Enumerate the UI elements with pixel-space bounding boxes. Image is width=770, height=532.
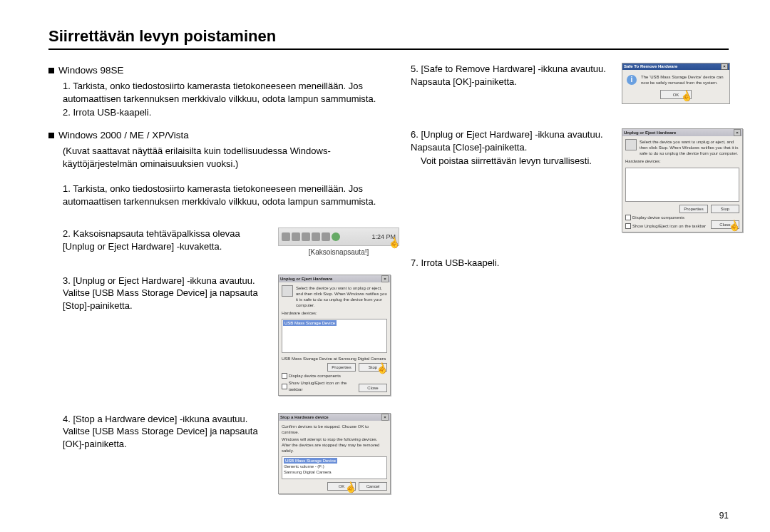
step-2-text-block: 2. Kaksoisnapsauta tehtäväpalkissa oleva… (48, 227, 262, 254)
left-column: Windows 98SE 1. Tarkista, onko tiedostos… (48, 63, 391, 504)
step-text: Irrota USB-kaapeli. (421, 257, 499, 268)
dialog-titlebar: Stop a Hardware device × (279, 414, 390, 421)
page-title: Siirrettävän levyn poistaminen (48, 27, 729, 50)
dialog-desc2: Windows will attempt to stop the followi… (282, 436, 387, 454)
step-text: [Stop a Hardware device] -ikkuna avautuu… (63, 414, 258, 449)
step-text: Tarkista, onko tiedostosiirto kamerasta … (63, 183, 376, 207)
tray-clock: 1:24 PM (371, 232, 396, 241)
dialog-desc: Confirm devices to be stopped. Choose OK… (282, 424, 387, 435)
tray-icons (282, 232, 340, 241)
tray-caption: [Kaksoisnapsauta!] (278, 247, 399, 257)
step-number: 2. (63, 228, 71, 239)
stop-button: Stop (711, 205, 739, 213)
step-number: 2. (63, 107, 71, 118)
step-2: 2. Irrota USB-kaapeli. (48, 106, 391, 119)
close-icon: × (734, 129, 741, 136)
close-icon: × (381, 414, 389, 421)
dialog-titlebar: Unplug or Eject Hardware × (279, 275, 390, 282)
dialog-text: The 'USB Mass Storage Device' device can… (641, 74, 725, 86)
step-5-row: 5. [Safe to Remove Hardware] -ikkuna ava… (408, 63, 743, 104)
unplug-dialog: Unplug or Eject Hardware × Select the de… (278, 275, 391, 396)
close-button: Close (359, 384, 387, 392)
list-item: Generic volume - (F:) (284, 464, 385, 469)
close-icon: × (381, 275, 389, 282)
step-1: 1. Tarkista, onko tiedostosiirto kameras… (48, 80, 391, 105)
checkbox-label: Display device components (632, 215, 684, 220)
step-number: 4. (63, 414, 71, 424)
step-number: 1. (63, 183, 71, 194)
hw-label: Hardware devices: (625, 158, 739, 164)
step-7: 7. Irrota USB-kaapeli. (408, 257, 743, 270)
list-item: USB Mass Storage Device (284, 458, 337, 464)
dialog-title: Safe To Remove Hardware (624, 63, 677, 69)
step-3-row: 3. [Unplug or Eject Hardware] -ikkuna av… (48, 275, 391, 396)
tray-icon (302, 232, 310, 241)
checkbox-label: Show Unplug/Eject icon on the taskbar (289, 380, 359, 392)
step-text: [Safe to Remove Hardware] -ikkuna avautu… (411, 63, 606, 87)
columns: Windows 98SE 1. Tarkista, onko tiedostos… (48, 63, 729, 504)
properties-button: Properties (679, 205, 708, 213)
system-tray: 1:24 PM (278, 227, 399, 246)
checkbox-icon (282, 373, 287, 379)
safe-remove-dialog: Safe To Remove Hardware × i The 'USB Mas… (622, 63, 730, 104)
section-win98: Windows 98SE 1. Tarkista, onko tiedostos… (48, 64, 391, 119)
close-button: Close (711, 220, 739, 229)
step-number: 3. (63, 275, 71, 286)
hardware-icon (625, 139, 637, 150)
checkbox-icon (625, 223, 631, 229)
step-text-extra: Voit poistaa siirrettävän levyn turvalli… (408, 155, 607, 168)
step-number: 1. (63, 81, 71, 91)
dialog-title: Unplug or Eject Hardware (624, 130, 676, 135)
step-text: [Unplug or Eject Hardware] -ikkuna avaut… (411, 129, 603, 153)
page: Siirrettävän levyn poistaminen Windows 9… (0, 0, 770, 518)
close-icon: × (721, 63, 728, 70)
dialog-title: Unplug or Eject Hardware (280, 276, 332, 282)
hardware-icon (282, 285, 293, 297)
step-6-row: 6. [Unplug or Eject Hardware] -ikkuna av… (408, 128, 743, 232)
section-win2000: Windows 2000 / ME / XP/Vista (Kuvat saat… (48, 129, 391, 208)
page-number: 91 (719, 511, 729, 521)
dialog-desc: Select the device you want to unplug or … (640, 139, 739, 156)
step-4-text-block: 4. [Stop a Hardware device] -ikkuna avau… (48, 413, 262, 452)
step-number: 7. (411, 257, 419, 268)
step-2-row: 2. Kaksoisnapsauta tehtäväpalkissa oleva… (48, 227, 391, 257)
section-heading-row: Windows 2000 / ME / XP/Vista (48, 129, 391, 142)
section-heading: Windows 2000 / ME / XP/Vista (58, 129, 189, 142)
square-bullet-icon (48, 133, 54, 138)
step-number: 5. (411, 63, 419, 74)
step-1: 1. Tarkista, onko tiedostosiirto kameras… (48, 183, 391, 208)
tray-icon (322, 232, 330, 241)
info-icon: i (627, 75, 637, 85)
tray-icon (312, 232, 320, 241)
step-4-row: 4. [Stop a Hardware device] -ikkuna avau… (48, 413, 391, 494)
checkbox-label: Display device components (289, 373, 341, 379)
dialog-titlebar: Safe To Remove Hardware × (622, 63, 729, 70)
section-heading: Windows 98SE (58, 64, 124, 77)
ok-button: OK (660, 90, 692, 99)
checkbox-label: Show Unplug/Eject icon on the taskbar (632, 223, 706, 229)
section-heading-row: Windows 98SE (48, 64, 391, 77)
checkbox-icon (282, 384, 287, 389)
properties-button: Properties (327, 363, 356, 372)
step-number: 6. (411, 129, 419, 140)
tray-icon (292, 232, 300, 241)
square-bullet-icon (48, 68, 54, 73)
tray-icon (282, 232, 290, 241)
device-list: USB Mass Storage Device (282, 319, 387, 353)
section-note: (Kuvat saattavat näyttää erilaisilta kui… (48, 145, 391, 170)
right-column: 5. [Safe to Remove Hardware] -ikkuna ava… (408, 63, 743, 504)
list-item: USB Mass Storage Device (283, 320, 337, 326)
device-list-empty (625, 168, 739, 202)
eject-icon (332, 232, 340, 241)
step-text: Irrota USB-kaapeli. (73, 107, 151, 118)
step-text: Kaksoisnapsauta tehtäväpalkissa olevaa [… (63, 228, 240, 252)
stop-hardware-dialog: Stop a Hardware device × Confirm devices… (278, 413, 391, 494)
list-item: Samsung Digital Camera (284, 469, 385, 475)
step-text: Tarkista, onko tiedostosiirto kamerasta … (63, 81, 376, 104)
stop-button: Stop (359, 363, 387, 372)
cancel-button: Cancel (359, 482, 387, 491)
checkbox-icon (625, 215, 631, 220)
hw-label: Hardware devices: (282, 310, 387, 316)
step-text: [Unplug or Eject Hardware] -ikkuna avaut… (63, 275, 258, 311)
dialog-title: Stop a Hardware device (280, 414, 329, 420)
